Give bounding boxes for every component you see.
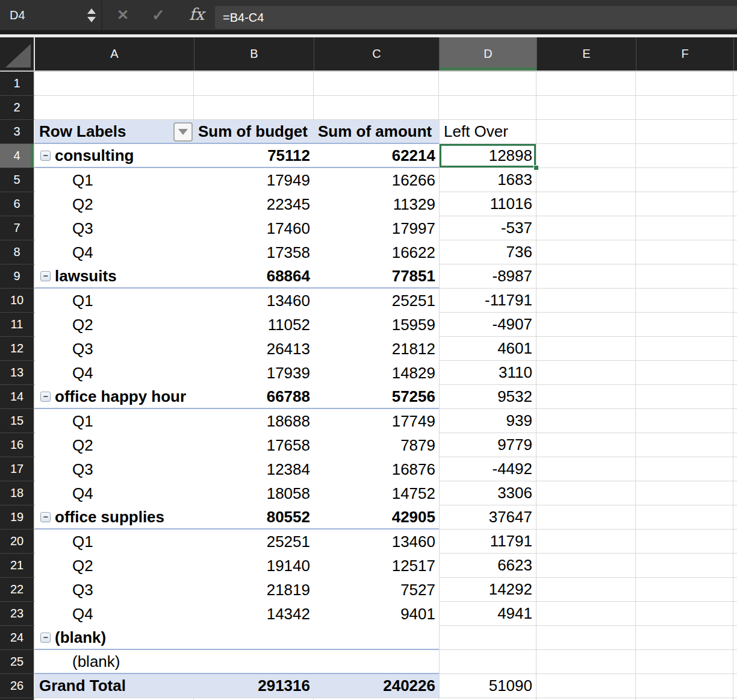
- cell-A8[interactable]: Q4: [35, 240, 194, 264]
- cell-D12[interactable]: 4601: [439, 337, 536, 361]
- cell-C19[interactable]: 42905: [314, 505, 439, 530]
- cell-C20[interactable]: 13460: [314, 530, 439, 554]
- cell-F4[interactable]: [636, 144, 733, 168]
- cell-A1[interactable]: [35, 72, 194, 96]
- cell-A24[interactable]: −(blank): [35, 626, 194, 650]
- cell-B24[interactable]: [194, 626, 314, 650]
- cell-D11[interactable]: -4907: [439, 313, 536, 337]
- cell-E8[interactable]: [536, 240, 636, 264]
- cell-E21[interactable]: [536, 554, 636, 578]
- cell-E5[interactable]: [536, 168, 636, 192]
- cell-C3[interactable]: Sum of amount: [314, 120, 439, 144]
- cell-B22[interactable]: 21819: [194, 578, 314, 602]
- cell-C16[interactable]: 7879: [314, 433, 439, 457]
- cell-C13[interactable]: 14829: [314, 361, 439, 385]
- cell-F18[interactable]: [636, 481, 733, 505]
- cell-B10[interactable]: 13460: [194, 289, 314, 313]
- cell-B11[interactable]: 11052: [194, 313, 314, 337]
- cell-C14[interactable]: 57256: [314, 385, 439, 409]
- cell-A5[interactable]: Q1: [35, 168, 194, 192]
- filter-dropdown-button[interactable]: [173, 122, 193, 142]
- select-all-corner[interactable]: [0, 37, 35, 70]
- cell-C4[interactable]: 62214: [314, 144, 439, 168]
- cell-A17[interactable]: Q3: [35, 457, 194, 481]
- column-header-D[interactable]: D: [439, 37, 536, 70]
- cell-B4[interactable]: 75112: [194, 144, 314, 168]
- cell-F23[interactable]: [636, 602, 733, 626]
- collapse-button[interactable]: −: [40, 271, 51, 281]
- cell-D9[interactable]: -8987: [439, 264, 536, 289]
- cell-D20[interactable]: 11791: [439, 530, 536, 554]
- cell-A19[interactable]: −office supplies: [35, 505, 194, 530]
- cell-A3[interactable]: Row Labels: [35, 120, 194, 144]
- row-header-1[interactable]: 1: [0, 72, 35, 96]
- cell-F16[interactable]: [636, 433, 733, 457]
- cell-F19[interactable]: [636, 505, 733, 530]
- cell-F7[interactable]: [636, 216, 733, 240]
- column-header-E[interactable]: E: [536, 37, 636, 70]
- cancel-icon[interactable]: ✕: [117, 0, 129, 30]
- cell-B17[interactable]: 12384: [194, 457, 314, 481]
- row-header-25[interactable]: 25: [0, 650, 35, 674]
- cell-F3[interactable]: [636, 120, 733, 144]
- cell-D10[interactable]: -11791: [439, 289, 536, 313]
- cell-F9[interactable]: [636, 264, 733, 289]
- confirm-icon[interactable]: ✓: [152, 0, 165, 30]
- cell-A2[interactable]: [35, 96, 194, 120]
- cell-C15[interactable]: 17749: [314, 409, 439, 433]
- cell-D6[interactable]: 11016: [439, 192, 536, 216]
- row-header-3[interactable]: 3: [0, 120, 35, 144]
- collapse-button[interactable]: −: [40, 512, 51, 522]
- cell-F25[interactable]: [636, 650, 733, 674]
- row-header-8[interactable]: 8: [0, 240, 35, 264]
- cell-A14[interactable]: −office happy hour: [35, 385, 194, 409]
- row-header-22[interactable]: 22: [0, 578, 35, 602]
- row-header-20[interactable]: 20: [0, 530, 35, 554]
- cell-B12[interactable]: 26413: [194, 337, 314, 361]
- cell-A10[interactable]: Q1: [35, 289, 194, 313]
- name-box-spinner[interactable]: [87, 0, 96, 30]
- cell-D17[interactable]: -4492: [439, 457, 536, 481]
- cell-F24[interactable]: [636, 626, 733, 650]
- cell-C24[interactable]: [314, 626, 439, 650]
- cell-A25[interactable]: (blank): [35, 650, 194, 674]
- cell-B6[interactable]: 22345: [194, 192, 314, 216]
- cell-C8[interactable]: 16622: [314, 240, 439, 264]
- cell-A7[interactable]: Q3: [35, 216, 194, 240]
- cell-A15[interactable]: Q1: [35, 409, 194, 433]
- spinner-down-icon[interactable]: [87, 17, 96, 22]
- cell-E12[interactable]: [536, 337, 636, 361]
- cell-C25[interactable]: [314, 650, 439, 674]
- formula-input[interactable]: =B4-C4: [215, 6, 737, 29]
- row-header-9[interactable]: 9: [0, 264, 35, 289]
- cell-B9[interactable]: 68864: [194, 264, 314, 289]
- cell-C7[interactable]: 17997: [314, 216, 439, 240]
- cell-D1[interactable]: [439, 72, 536, 96]
- cell-A6[interactable]: Q2: [35, 192, 194, 216]
- cell-E6[interactable]: [536, 192, 636, 216]
- cell-E3[interactable]: [536, 120, 636, 144]
- row-header-2[interactable]: 2: [0, 96, 35, 120]
- cell-E9[interactable]: [536, 264, 636, 289]
- cell-A11[interactable]: Q2: [35, 313, 194, 337]
- cell-A21[interactable]: Q2: [35, 554, 194, 578]
- cell-B2[interactable]: [194, 96, 314, 120]
- row-header-19[interactable]: 19: [0, 505, 35, 530]
- cell-A9[interactable]: −lawsuits: [35, 264, 194, 289]
- cell-C9[interactable]: 77851: [314, 264, 439, 289]
- cell-F21[interactable]: [636, 554, 733, 578]
- cell-B26[interactable]: 291316: [194, 674, 314, 698]
- cell-E11[interactable]: [536, 313, 636, 337]
- cell-D13[interactable]: 3110: [439, 361, 536, 385]
- cell-E23[interactable]: [536, 602, 636, 626]
- cell-E4[interactable]: [536, 144, 636, 168]
- cell-C17[interactable]: 16876: [314, 457, 439, 481]
- selection-fill-handle[interactable]: [533, 165, 539, 170]
- cell-E16[interactable]: [536, 433, 636, 457]
- name-box[interactable]: D4: [10, 0, 25, 30]
- cell-D25[interactable]: [439, 650, 536, 674]
- cell-B5[interactable]: 17949: [194, 168, 314, 192]
- cell-F20[interactable]: [636, 530, 733, 554]
- cell-D24[interactable]: [439, 626, 536, 650]
- cell-B7[interactable]: 17460: [194, 216, 314, 240]
